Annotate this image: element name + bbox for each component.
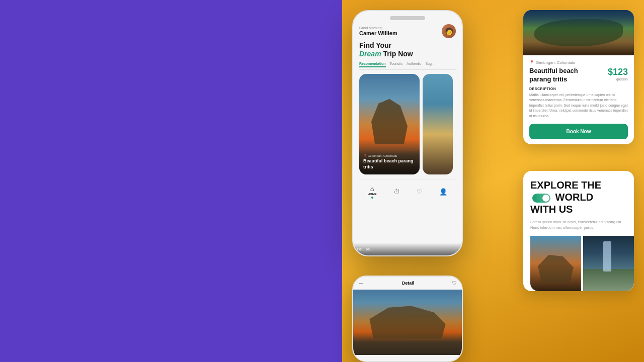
- explore-images: [523, 236, 634, 291]
- card-location: 📍 Gedongan, Colomadu: [363, 154, 416, 157]
- booking-card: 📍 Gedongan, Colomadu Beautiful beach par…: [523, 10, 634, 144]
- detail-image: [353, 290, 462, 355]
- phone-main: Good Morning! Camer Williem 🧑 Find Your …: [352, 10, 463, 256]
- booking-description: Mattis ullamcorper vel, pellentesque urn…: [529, 93, 628, 119]
- phone-main-content: Good Morning! Camer Williem 🧑 Find Your …: [353, 20, 462, 203]
- booking-per-person: /person: [608, 77, 628, 81]
- explore-line2: WORLD: [555, 192, 594, 203]
- phone-title: Find Your Dream Trip Now: [359, 41, 456, 58]
- nav-favorites[interactable]: ♡: [417, 188, 423, 196]
- detail-image-sim: [353, 290, 462, 355]
- booking-card-body: 📍 Gedongan, Colomadu Beautiful beach par…: [523, 55, 634, 144]
- phone-navbar: ⌂ HOME ⏱ ♡ 👤: [359, 179, 456, 203]
- timer-icon: ⏱: [393, 188, 400, 196]
- booking-title: Beautiful beach parang tritis: [529, 67, 595, 84]
- profile-icon: 👤: [439, 188, 447, 196]
- phone-header: Good Morning! Camer Williem 🧑: [359, 24, 456, 38]
- detail-back-button[interactable]: ←: [358, 280, 364, 287]
- booking-price: $123: [608, 67, 628, 77]
- nav-profile[interactable]: 👤: [439, 188, 447, 196]
- heart-icon: ♡: [417, 188, 423, 196]
- booking-price-block: $123 /person: [608, 67, 628, 81]
- booking-location: 📍 Gedongan, Colomadu: [529, 60, 628, 65]
- tab-recommendation[interactable]: Recomendation: [359, 62, 386, 67]
- nav-timer[interactable]: ⏱: [393, 188, 400, 196]
- title-dream: Dream: [359, 50, 381, 58]
- phone-detail: ← Detail ♡: [352, 276, 463, 362]
- location-pin-icon: 📍: [529, 60, 534, 65]
- phone-tabs: Recomendation Touristic Authentic Sug...: [359, 62, 456, 70]
- detail-header: ← Detail ♡: [353, 277, 462, 290]
- booking-desc-label: DESCRIPTION: [529, 87, 628, 90]
- detail-title: Detail: [402, 281, 415, 286]
- explore-title: EXPLORE THE WORLD WITH US: [530, 179, 627, 215]
- booking-card-image: [523, 10, 634, 55]
- title-line1: Find Your: [359, 41, 456, 50]
- phone-card-secondary[interactable]: Be... pa...: [423, 74, 453, 174]
- phone-cards: 📍 Gedongan, Colomadu Beautiful beach par…: [359, 74, 456, 174]
- explore-toggle-inline: [532, 194, 550, 203]
- tab-touristic[interactable]: Touristic: [390, 62, 403, 67]
- explore-description: Lorem ipsum dolor sit amet, consectetur …: [530, 219, 627, 231]
- nav-home[interactable]: ⌂ HOME: [368, 185, 377, 199]
- tab-authentic[interactable]: Authentic: [407, 62, 421, 67]
- explore-img-2: [583, 236, 634, 291]
- pin-icon: 📍: [363, 154, 367, 157]
- toggle-thumb: [542, 195, 549, 202]
- home-icon: ⌂: [370, 185, 374, 193]
- explore-line3: WITH US: [530, 204, 573, 215]
- book-now-button[interactable]: Book Now: [529, 124, 628, 139]
- toggle-track[interactable]: [532, 194, 550, 203]
- avatar: 🧑: [442, 24, 456, 38]
- title-line2: Trip Now: [383, 50, 413, 58]
- booking-image-sim: [523, 10, 634, 55]
- booking-title-row: Beautiful beach parang tritis $123 /pers…: [529, 67, 628, 84]
- card-overlay: 📍 Gedongan, Colomadu Beautiful beach par…: [359, 150, 420, 174]
- explore-img-sim2: [583, 236, 634, 291]
- phone-card-main[interactable]: 📍 Gedongan, Colomadu Beautiful beach par…: [359, 74, 420, 174]
- explore-card: EXPLORE THE WORLD WITH US Lorem ipsum do…: [523, 171, 634, 291]
- card-secondary-image: [423, 74, 453, 174]
- card-title: Beautiful beach parang tritis: [363, 158, 416, 170]
- phone-user-info: Good Morning! Camer Williem: [359, 26, 397, 36]
- nav-active-dot: [371, 197, 373, 199]
- nav-home-label: HOME: [368, 193, 377, 196]
- explore-img-1: [530, 236, 581, 291]
- phone-notch: [390, 16, 425, 20]
- phone-username: Camer Williem: [359, 30, 397, 36]
- explore-line1: EXPLORE THE: [530, 179, 601, 191]
- explore-img-sim1: [530, 236, 581, 291]
- phone-greeting: Good Morning!: [359, 26, 397, 30]
- bg-left: [0, 0, 352, 362]
- tab-suggested[interactable]: Sug...: [425, 62, 434, 67]
- detail-heart-button[interactable]: ♡: [452, 280, 457, 287]
